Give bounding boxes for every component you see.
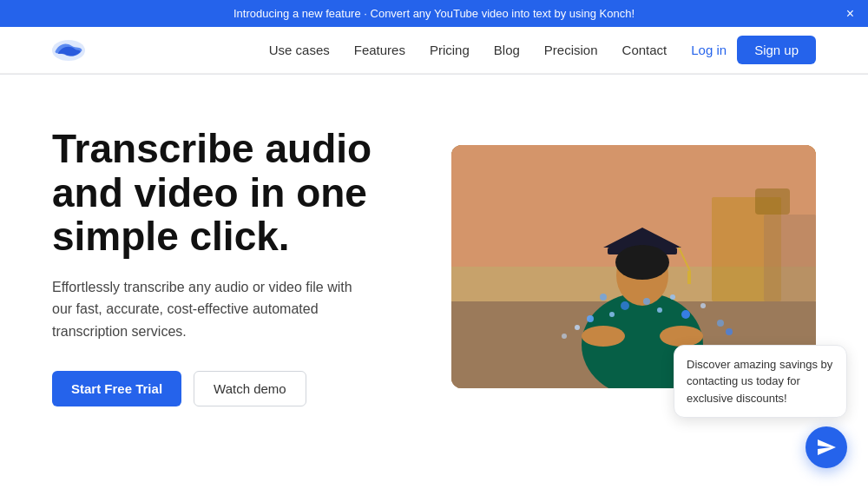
hero-buttons: Start Free Trial Watch demo — [52, 371, 417, 406]
hero-content: Transcribe audio and video in one simple… — [52, 127, 417, 406]
svg-point-16 — [609, 312, 615, 317]
nav-link-use-cases[interactable]: Use cases — [269, 43, 330, 57]
svg-point-28 — [615, 245, 669, 280]
svg-point-13 — [582, 326, 625, 347]
svg-point-25 — [600, 294, 607, 301]
start-free-trial-button[interactable]: Start Free Trial — [52, 371, 181, 406]
svg-point-26 — [562, 334, 567, 339]
hero-subtitle: Effortlessly transcribe any audio or vid… — [52, 276, 365, 343]
watch-demo-button[interactable]: Watch demo — [194, 371, 306, 406]
announcement-text: Introducing a new feature · Convert any … — [233, 7, 635, 20]
announcement-close-button[interactable]: × — [846, 7, 854, 21]
chat-open-button[interactable] — [806, 426, 847, 468]
nav-actions: Log in Sign up — [691, 36, 816, 64]
svg-rect-5 — [755, 188, 790, 215]
signup-button[interactable]: Sign up — [737, 36, 816, 64]
chat-bubble: Discover amazing savings by contacting u… — [674, 345, 847, 419]
svg-point-15 — [587, 315, 594, 322]
send-icon — [816, 437, 837, 458]
svg-point-18 — [575, 325, 580, 330]
nav-link-blog[interactable]: Blog — [494, 43, 520, 57]
nav-link-features[interactable]: Features — [354, 43, 405, 57]
svg-rect-4 — [764, 215, 816, 301]
navigation: Use cases Features Pricing Blog Precisio… — [0, 27, 868, 74]
hero-title: Transcribe audio and video in one simple… — [52, 127, 417, 259]
svg-point-20 — [657, 307, 662, 313]
logo[interactable] — [52, 38, 85, 63]
svg-point-23 — [717, 320, 724, 327]
chat-widget: Discover amazing savings by contacting u… — [674, 345, 847, 469]
svg-point-17 — [621, 301, 629, 310]
svg-point-27 — [726, 328, 733, 335]
announcement-bar: Introducing a new feature · Convert any … — [0, 0, 868, 27]
svg-point-19 — [643, 298, 650, 305]
nav-link-contact[interactable]: Contact — [622, 43, 667, 57]
nav-link-pricing[interactable]: Pricing — [430, 43, 470, 57]
nav-link-precision[interactable]: Precision — [544, 43, 598, 57]
svg-point-14 — [660, 326, 703, 347]
svg-rect-12 — [687, 271, 691, 284]
section-heading: Unlocking Effortless Transcription — [52, 485, 816, 489]
login-button[interactable]: Log in — [691, 43, 727, 57]
svg-point-22 — [700, 303, 706, 308]
nav-links: Use cases Features Pricing Blog Precisio… — [269, 43, 667, 57]
svg-point-24 — [670, 294, 675, 300]
svg-point-21 — [681, 310, 690, 319]
